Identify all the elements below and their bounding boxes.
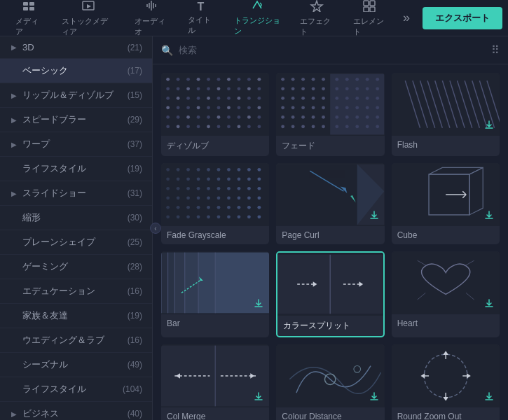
sidebar-count: (25) — [128, 237, 142, 247]
transition-card-heart[interactable]: Heart — [392, 251, 500, 337]
svg-point-159 — [166, 177, 170, 181]
transition-card-bar[interactable]: Bar — [161, 251, 269, 337]
svg-point-22 — [166, 87, 170, 90]
nav-item-media[interactable]: メディア — [6, 0, 52, 41]
svg-point-149 — [166, 168, 170, 172]
svg-marker-6 — [311, 1, 322, 12]
transition-card-page_curl[interactable]: Page Curl — [276, 163, 384, 244]
sidebar-item-slideshow[interactable]: ▶スライドショー(31) — [0, 181, 152, 206]
card-thumbnail-page_curl — [276, 163, 384, 226]
card-label-cube: Cube — [392, 226, 500, 244]
sidebar-item-ripple[interactable]: ▶リップル＆ディゾルブ(15) — [0, 83, 152, 108]
transition-card-flash[interactable]: Flash — [392, 73, 500, 156]
svg-point-42 — [166, 106, 170, 109]
download-icon[interactable] — [369, 210, 379, 222]
sidebar-item-business[interactable]: ▶ビジネス(40) — [0, 402, 152, 420]
sidebar-item-gaming[interactable]: ▶ゲーミング(28) — [0, 255, 152, 279]
download-icon[interactable] — [254, 298, 263, 310]
svg-point-79 — [282, 87, 285, 90]
transition-card-color_split[interactable]: カラースプリット — [276, 251, 384, 337]
transition-card-col_merge[interactable]: Col Merge — [161, 344, 269, 420]
transition-card-fade_grayscale[interactable]: Fade Grayscale — [161, 163, 269, 244]
export-button[interactable]: エクスポート — [423, 7, 502, 29]
svg-point-56 — [207, 115, 210, 119]
svg-point-103 — [322, 125, 325, 128]
sidebar-item-speed[interactable]: ▶スピードブラー(29) — [0, 108, 152, 132]
sidebar-count: (30) — [128, 213, 142, 223]
svg-point-61 — [257, 115, 261, 119]
sidebar-item-wedding[interactable]: ▶ウエディング＆ラブ(16) — [0, 328, 152, 353]
sidebar-item-lifestyle2[interactable]: ▶ライフスタイル(104) — [0, 377, 152, 402]
nav-item-element[interactable]: エレメント — [343, 0, 397, 41]
svg-point-13 — [177, 78, 180, 81]
svg-point-132 — [366, 125, 369, 128]
svg-rect-3 — [29, 7, 34, 10]
svg-rect-256 — [161, 346, 215, 407]
svg-point-93 — [322, 106, 325, 109]
svg-point-46 — [207, 106, 210, 109]
nav-more-icon[interactable]: » — [396, 6, 417, 29]
transition-card-round_zoom_out[interactable]: Round Zoom Out — [392, 344, 500, 420]
svg-rect-243 — [330, 255, 383, 314]
svg-point-48 — [227, 106, 231, 109]
svg-point-161 — [186, 177, 190, 181]
sidebar-count: (19) — [128, 311, 142, 321]
sidebar-item-education[interactable]: ▶エデュケーション(16) — [0, 279, 152, 304]
svg-point-38 — [227, 97, 231, 100]
sidebar-item-3d[interactable]: ▶3D(21) — [0, 36, 152, 59]
download-icon[interactable] — [369, 391, 379, 403]
card-thumbnail-dissolve — [161, 73, 269, 136]
download-icon[interactable] — [484, 210, 494, 222]
svg-point-166 — [238, 177, 241, 181]
sidebar-item-plainshape[interactable]: ▶プレーンシェイプ(25) — [0, 230, 152, 255]
sidebar-item-lifestyle[interactable]: ▶ライフスタイル(19) — [0, 157, 152, 181]
chevron-icon: ▶ — [11, 116, 17, 124]
svg-point-30 — [247, 87, 251, 90]
search-icon: 🔍 — [161, 45, 173, 56]
svg-point-169 — [166, 187, 170, 190]
sidebar-item-geometric[interactable]: ▶縮形(30) — [0, 206, 152, 230]
svg-point-174 — [217, 187, 221, 190]
svg-point-195 — [227, 206, 231, 209]
svg-point-202 — [197, 215, 200, 218]
nav-item-transition[interactable]: トランジション — [224, 0, 291, 42]
svg-point-74 — [282, 78, 285, 81]
svg-point-76 — [301, 78, 305, 81]
nav-item-title[interactable]: Tタイトル — [178, 0, 224, 40]
sidebar-item-family[interactable]: ▶家族＆友達(19) — [0, 304, 152, 328]
download-icon[interactable] — [484, 391, 494, 403]
svg-point-126 — [356, 115, 359, 119]
svg-point-45 — [197, 106, 200, 109]
svg-point-155 — [227, 168, 231, 172]
svg-point-60 — [247, 115, 251, 119]
transition-card-colour_distance[interactable]: Colour Distance — [276, 344, 384, 420]
svg-point-131 — [356, 125, 359, 128]
svg-point-207 — [247, 215, 251, 218]
transition-card-dissolve[interactable]: ディゾルブ — [161, 73, 269, 156]
effect-nav-label: エフェクト — [300, 16, 334, 37]
transition-card-cube[interactable]: Cube — [392, 163, 500, 244]
svg-point-83 — [322, 87, 325, 90]
sidebar-item-seasonal[interactable]: ▶シーズナル(49) — [0, 353, 152, 377]
svg-point-199 — [166, 215, 170, 218]
card-label-fade: フェード — [276, 136, 384, 156]
nav-item-stock[interactable]: ストックメディア — [52, 0, 125, 41]
svg-point-106 — [356, 78, 359, 81]
grid-view-icon[interactable]: ⠿ — [491, 43, 500, 57]
download-icon[interactable] — [484, 298, 494, 310]
sidebar-count: (49) — [128, 360, 142, 370]
nav-item-effect[interactable]: エフェクト — [290, 0, 343, 41]
element-nav-label: エレメント — [353, 16, 387, 37]
search-input[interactable] — [179, 45, 486, 55]
download-icon[interactable] — [484, 120, 494, 132]
svg-rect-1 — [29, 2, 34, 6]
svg-point-165 — [227, 177, 231, 181]
sidebar-label: スピードブラー — [22, 113, 125, 126]
sidebar-item-basic[interactable]: ▶ベーシック(17) — [0, 59, 152, 83]
download-icon[interactable] — [254, 391, 263, 403]
sidebar-collapse-button[interactable]: ‹ — [150, 223, 161, 234]
sidebar-item-warp[interactable]: ▶ワープ(37) — [0, 132, 152, 157]
transition-card-fade[interactable]: フェード — [276, 73, 384, 156]
sidebar-label: エデュケーション — [22, 285, 125, 298]
nav-item-audio[interactable]: オーディオ — [125, 0, 178, 41]
